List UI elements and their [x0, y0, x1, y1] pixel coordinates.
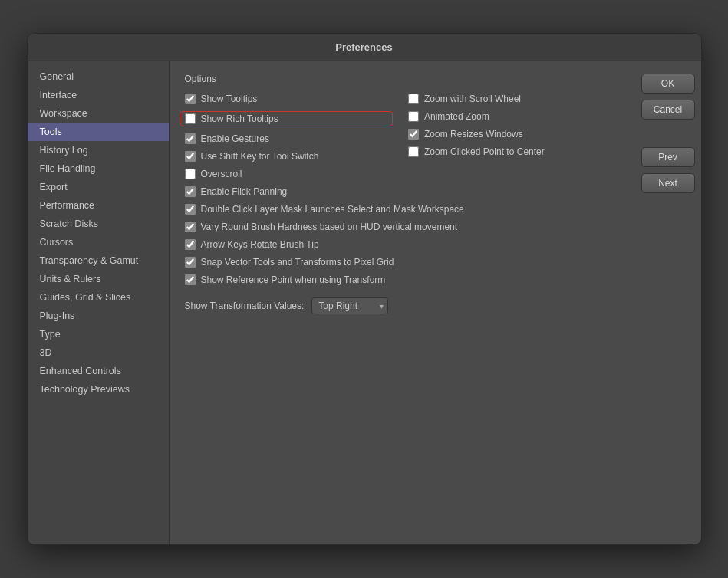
checkbox-vary-round-brush[interactable] [185, 222, 196, 232]
checkbox-show-reference-point[interactable] [185, 274, 196, 285]
checkbox-show-tooltips[interactable] [185, 94, 196, 104]
label-show-reference-point: Show Reference Point when using Transfor… [201, 274, 386, 285]
option-row-animated-zoom: Animated Zoom [408, 111, 617, 122]
checkbox-animated-zoom[interactable] [408, 111, 419, 122]
dialog-title: Preferences [28, 34, 701, 61]
sidebar-item-type[interactable]: Type [28, 325, 169, 343]
full-options-area: Double Click Layer Mask Launches Select … [185, 204, 617, 285]
transform-row: Show Transformation Values: Top RightBot… [185, 297, 617, 314]
label-zoom-clicked-point: Zoom Clicked Point to Center [424, 146, 545, 157]
option-row-zoom-scroll-wheel: Zoom with Scroll Wheel [408, 94, 617, 104]
checkbox-arrow-keys-rotate[interactable] [185, 239, 196, 250]
label-zoom-scroll-wheel: Zoom with Scroll Wheel [424, 94, 521, 104]
sidebar-item-cursors[interactable]: Cursors [28, 233, 169, 251]
sidebar-item-transparency-gamut[interactable]: Transparency & Gamut [28, 251, 169, 270]
option-row-enable-flick-panning: Enable Flick Panning [185, 186, 394, 197]
checkbox-zoom-resizes-windows[interactable] [408, 129, 419, 140]
transform-select-wrapper: Top RightBottom LeftTop LeftBottom Right… [311, 297, 388, 314]
label-overscroll: Overscroll [201, 169, 242, 179]
label-show-tooltips: Show Tooltips [201, 94, 258, 104]
transform-label: Show Transformation Values: [185, 300, 305, 311]
checkbox-snap-vector-tools[interactable] [185, 257, 196, 268]
label-arrow-keys-rotate: Arrow Keys Rotate Brush Tip [201, 239, 319, 250]
checkbox-zoom-scroll-wheel[interactable] [408, 94, 419, 104]
checkbox-zoom-clicked-point[interactable] [408, 146, 419, 157]
sidebar-item-scratch-disks[interactable]: Scratch Disks [28, 215, 169, 233]
ok-button[interactable]: OK [641, 74, 695, 94]
label-show-rich-tooltips: Show Rich Tooltips [201, 113, 278, 124]
option-row-enable-gestures: Enable Gestures [185, 133, 394, 144]
options-left: Show TooltipsShow Rich TooltipsEnable Ge… [185, 94, 394, 204]
sidebar-item-plug-ins[interactable]: Plug-Ins [28, 307, 169, 325]
option-row-double-click-layer-mask: Double Click Layer Mask Launches Select … [185, 204, 617, 215]
sidebar-item-technology-previews[interactable]: Technology Previews [28, 380, 169, 399]
section-title: Options [185, 74, 617, 84]
option-row-vary-round-brush: Vary Round Brush Hardness based on HUD v… [185, 222, 617, 232]
next-button[interactable]: Next [641, 173, 695, 193]
checkbox-double-click-layer-mask[interactable] [185, 204, 196, 215]
buttons-panel: OK Cancel Prev Next [632, 61, 701, 544]
sidebar-item-tools[interactable]: Tools [28, 123, 169, 141]
label-zoom-resizes-windows: Zoom Resizes Windows [424, 129, 523, 140]
main-content: Options Show TooltipsShow Rich TooltipsE… [170, 61, 632, 544]
sidebar-item-file-handling[interactable]: File Handling [28, 159, 169, 178]
label-enable-gestures: Enable Gestures [201, 133, 269, 144]
sidebar: GeneralInterfaceWorkspaceToolsHistory Lo… [28, 61, 170, 544]
option-row-overscroll: Overscroll [185, 169, 394, 179]
label-animated-zoom: Animated Zoom [424, 111, 489, 122]
sidebar-item-performance[interactable]: Performance [28, 196, 169, 215]
sidebar-item-3d[interactable]: 3D [28, 343, 169, 362]
checkbox-show-rich-tooltips[interactable] [185, 113, 196, 124]
sidebar-item-workspace[interactable]: Workspace [28, 104, 169, 123]
sidebar-item-units-rulers[interactable]: Units & Rulers [28, 270, 169, 288]
sidebar-item-history-log[interactable]: History Log [28, 141, 169, 159]
cancel-button[interactable]: Cancel [641, 100, 695, 120]
label-enable-flick-panning: Enable Flick Panning [201, 186, 288, 197]
option-row-show-rich-tooltips: Show Rich Tooltips [180, 111, 394, 126]
label-use-shift-key: Use Shift Key for Tool Switch [201, 151, 319, 162]
option-row-arrow-keys-rotate: Arrow Keys Rotate Brush Tip [185, 239, 617, 250]
option-row-zoom-clicked-point: Zoom Clicked Point to Center [408, 146, 617, 157]
label-snap-vector-tools: Snap Vector Tools and Transforms to Pixe… [201, 257, 394, 268]
checkbox-enable-flick-panning[interactable] [185, 186, 196, 197]
checkbox-use-shift-key[interactable] [185, 151, 196, 162]
label-double-click-layer-mask: Double Click Layer Mask Launches Select … [201, 204, 464, 215]
options-area: Show TooltipsShow Rich TooltipsEnable Ge… [185, 94, 617, 204]
transform-select[interactable]: Top RightBottom LeftTop LeftBottom Right… [311, 297, 388, 314]
option-row-show-tooltips: Show Tooltips [185, 94, 394, 104]
options-right: Zoom with Scroll WheelAnimated ZoomZoom … [408, 94, 617, 204]
sidebar-item-enhanced-controls[interactable]: Enhanced Controls [28, 362, 169, 380]
prev-button[interactable]: Prev [641, 147, 695, 167]
checkbox-overscroll[interactable] [185, 169, 196, 179]
checkbox-enable-gestures[interactable] [185, 133, 196, 144]
option-row-zoom-resizes-windows: Zoom Resizes Windows [408, 129, 617, 140]
option-row-use-shift-key: Use Shift Key for Tool Switch [185, 151, 394, 162]
sidebar-item-guides-grid-slices[interactable]: Guides, Grid & Slices [28, 288, 169, 307]
option-row-snap-vector-tools: Snap Vector Tools and Transforms to Pixe… [185, 257, 617, 268]
sidebar-item-export[interactable]: Export [28, 178, 169, 196]
label-vary-round-brush: Vary Round Brush Hardness based on HUD v… [201, 222, 458, 232]
preferences-dialog: Preferences GeneralInterfaceWorkspaceToo… [27, 33, 702, 545]
sidebar-item-general[interactable]: General [28, 67, 169, 86]
sidebar-item-interface[interactable]: Interface [28, 86, 169, 104]
option-row-show-reference-point: Show Reference Point when using Transfor… [185, 274, 617, 285]
